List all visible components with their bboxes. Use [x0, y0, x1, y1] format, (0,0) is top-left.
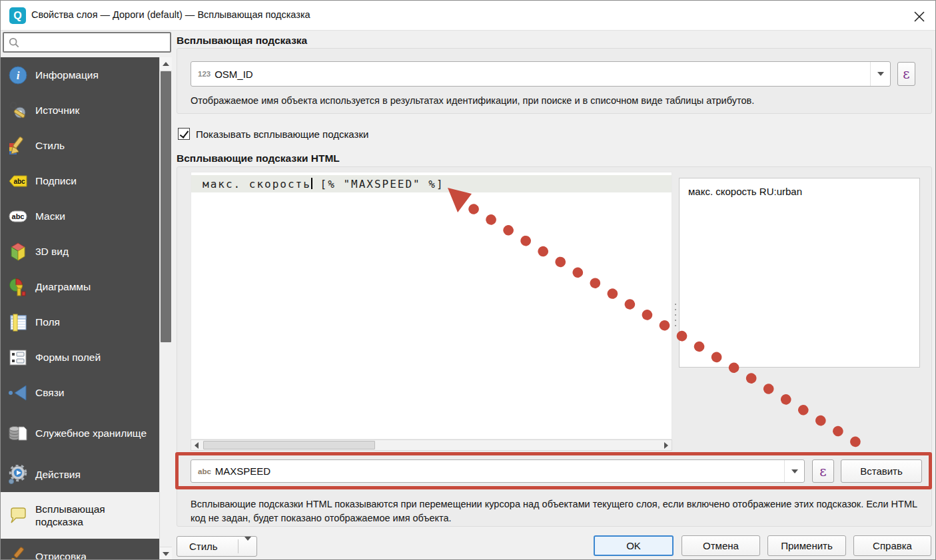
display-name-combo[interactable]: 123 OSM_ID [191, 61, 891, 87]
show-tips-label: Показывать всплывающие подсказки [196, 129, 368, 140]
auxiliary-storage-icon [7, 423, 29, 444]
apply-button[interactable]: Применить [767, 535, 846, 556]
chevron-down-icon[interactable] [870, 62, 890, 86]
sidebar-nav: i Информация Источник Стиль abc Подписи … [1, 57, 159, 560]
editor-text: макс. скорость [% "MAXSPEED" %] [203, 178, 444, 190]
editor-preview-splitter[interactable] [673, 172, 678, 451]
sidebar-item-labels[interactable]: abc Подписи [1, 163, 159, 198]
attributes-form-icon [7, 347, 29, 368]
diagrams-icon [7, 276, 29, 298]
masks-icon: abc [7, 206, 29, 227]
sidebar-item-3d-view[interactable]: 3D вид [1, 234, 159, 269]
sidebar-item-rendering[interactable]: Отрисовка [1, 539, 159, 560]
sidebar-item-fields[interactable]: Поля [1, 304, 159, 340]
close-icon[interactable] [911, 9, 927, 25]
scroll-right-icon[interactable] [661, 440, 672, 450]
actions-icon [7, 464, 29, 485]
maptip-preview-text: макс. скорость RU:urban [688, 186, 802, 197]
display-name-help-text: Отображаемое имя объекта используется в … [191, 94, 920, 108]
scroll-down-icon[interactable] [160, 547, 172, 560]
sidebar-item-map-tips[interactable]: Всплывающая подсказка [1, 492, 159, 539]
layer-properties-dialog: Q Свойства слоя — Дороги (default) — Всп… [0, 0, 936, 560]
chevron-down-icon[interactable] [784, 460, 804, 482]
editor-scrollbar-thumb[interactable] [203, 441, 375, 449]
sidebar-scrollbar[interactable] [159, 57, 171, 560]
editor-horizontal-scrollbar[interactable] [191, 439, 672, 451]
map-tip-icon [7, 505, 29, 526]
show-tips-checkbox[interactable] [178, 128, 190, 140]
html-tips-heading: Всплывающие подсказки HTML [177, 152, 340, 164]
scroll-up-icon[interactable] [160, 57, 172, 71]
qgis-logo-icon: Q [9, 7, 26, 24]
sidebar-item-relations[interactable]: Связи [1, 375, 159, 410]
3d-view-icon [7, 241, 29, 262]
svg-text:abc: abc [12, 212, 25, 220]
search-input[interactable] [19, 33, 170, 51]
html-tips-help-text: Всплывающие подсказки HTML показываются … [191, 497, 927, 525]
html-editor[interactable]: макс. скорость [% "MAXSPEED" %] [191, 172, 672, 439]
display-name-heading: Всплывающая подсказка [177, 35, 307, 47]
scroll-left-icon[interactable] [191, 440, 202, 450]
expression-builder-button-2[interactable]: ε [812, 459, 834, 483]
svg-text:i: i [17, 69, 20, 82]
maptip-preview: макс. скорость RU:urban [679, 178, 920, 368]
sidebar-item-symbology[interactable]: Стиль [1, 128, 159, 163]
splitter-handle-icon [675, 304, 676, 328]
sidebar-item-masks[interactable]: abc Маски [1, 198, 159, 234]
divider [238, 539, 238, 553]
field-combo[interactable]: abc MAXSPEED [191, 459, 805, 483]
sidebar-item-attributes-form[interactable]: Формы полей [1, 340, 159, 375]
style-button[interactable]: Стиль [177, 536, 257, 557]
cancel-button[interactable]: Отмена [682, 535, 760, 556]
field-type-number-badge: 123 [198, 70, 211, 78]
sidebar-item-source[interactable]: Источник [1, 93, 159, 128]
field-combo-value: MAXSPEED [215, 465, 270, 477]
sidebar-item-information[interactable]: i Информация [1, 57, 159, 93]
rendering-icon [7, 546, 29, 560]
sidebar-item-actions[interactable]: Действия [1, 457, 159, 492]
expression-builder-button[interactable]: ε [897, 62, 915, 86]
relations-icon [7, 382, 29, 404]
help-button[interactable]: Справка [853, 535, 931, 556]
style-button-label: Стиль [189, 541, 218, 552]
info-icon: i [7, 65, 29, 86]
labels-icon: abc [7, 170, 29, 192]
editor-text-before-cursor: макс. скорость [203, 178, 311, 190]
search-icon [9, 37, 19, 48]
titlebar: Q Свойства слоя — Дороги (default) — Всп… [1, 1, 936, 31]
style-icon [7, 135, 29, 156]
chevron-down-icon [244, 541, 251, 552]
sidebar-scrollbar-thumb[interactable] [161, 71, 171, 342]
sidebar-search [3, 32, 171, 53]
window-title: Свойства слоя — Дороги (default) — Всплы… [31, 9, 310, 20]
display-name-combo-value: OSM_ID [215, 69, 253, 80]
sidebar-item-diagrams[interactable]: Диаграммы [1, 269, 159, 304]
ok-button[interactable]: OK [594, 535, 674, 556]
field-type-text-badge: abc [198, 467, 211, 475]
source-icon [7, 100, 29, 121]
fields-icon [7, 312, 29, 333]
svg-text:abc: abc [13, 178, 25, 185]
sidebar-item-auxiliary-storage[interactable]: Служебное хранилище [1, 410, 159, 457]
editor-text-after-cursor: [% "MAXSPEED" %] [312, 178, 444, 190]
insert-button[interactable]: Вставить [841, 459, 922, 483]
